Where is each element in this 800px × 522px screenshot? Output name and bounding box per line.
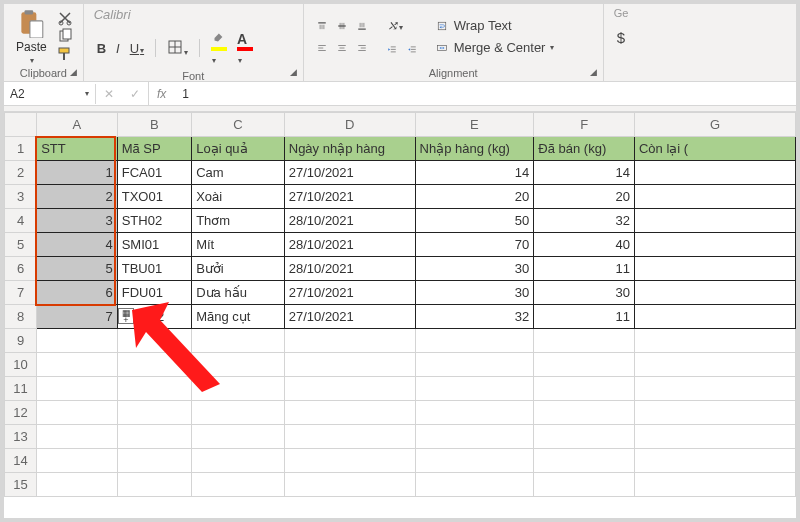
cell[interactable] xyxy=(634,473,795,497)
header-cell[interactable]: Đã bán (kg) xyxy=(534,137,635,161)
cell[interactable]: 32 xyxy=(534,209,635,233)
header-cell[interactable]: Loại quả xyxy=(192,137,285,161)
cell[interactable]: 30 xyxy=(415,281,534,305)
row-header[interactable]: 6 xyxy=(5,257,37,281)
cell[interactable] xyxy=(415,449,534,473)
table-row[interactable]: 12 xyxy=(5,401,796,425)
cell[interactable] xyxy=(634,329,795,353)
align-bottom-icon[interactable] xyxy=(354,17,370,33)
cell[interactable] xyxy=(415,329,534,353)
cell[interactable]: 28/10/2021 xyxy=(284,233,415,257)
row-header[interactable]: 5 xyxy=(5,233,37,257)
cell[interactable]: 7 xyxy=(37,305,118,329)
cell[interactable] xyxy=(634,305,795,329)
row-header[interactable]: 1 xyxy=(5,137,37,161)
cell[interactable] xyxy=(634,401,795,425)
row-header[interactable]: 7 xyxy=(5,281,37,305)
cell[interactable] xyxy=(534,449,635,473)
table-row[interactable]: 21FCA01Cam27/10/20211414 xyxy=(5,161,796,185)
cut-icon[interactable] xyxy=(57,10,73,26)
cell[interactable] xyxy=(37,401,118,425)
cell[interactable] xyxy=(534,425,635,449)
column-header-row[interactable]: A B C D E F G xyxy=(5,113,796,137)
autofill-options-icon[interactable]: ▦+ xyxy=(118,308,134,324)
cell[interactable]: 14 xyxy=(415,161,534,185)
cell[interactable]: Xoài xyxy=(192,185,285,209)
formula-value[interactable]: 1 xyxy=(174,87,796,101)
cell[interactable]: 40 xyxy=(534,233,635,257)
cell[interactable]: FDU01 xyxy=(117,281,191,305)
table-row[interactable]: 65TBU01Bưởi28/10/20213011 xyxy=(5,257,796,281)
table-row[interactable]: 9 xyxy=(5,329,796,353)
table-row[interactable]: 1STTMã SPLoại quảNgày nhập hàngNhập hàng… xyxy=(5,137,796,161)
font-dialog-launcher-icon[interactable]: ◢ xyxy=(289,67,299,77)
currency-button[interactable]: $ xyxy=(614,27,628,48)
clipboard-dialog-launcher-icon[interactable]: ◢ xyxy=(69,67,79,77)
cell[interactable] xyxy=(634,233,795,257)
cancel-fx-icon[interactable]: ✕ xyxy=(96,87,122,101)
col-header[interactable]: E xyxy=(415,113,534,137)
align-right-icon[interactable] xyxy=(354,39,370,55)
cell[interactable] xyxy=(192,377,285,401)
cell[interactable]: 14 xyxy=(534,161,635,185)
cell[interactable] xyxy=(634,185,795,209)
cell[interactable] xyxy=(415,353,534,377)
cell[interactable] xyxy=(284,473,415,497)
row-header[interactable]: 2 xyxy=(5,161,37,185)
table-row[interactable]: 76FDU01Dưa hấu27/10/20213030 xyxy=(5,281,796,305)
cell[interactable] xyxy=(634,449,795,473)
cell[interactable] xyxy=(37,425,118,449)
row-header[interactable]: 12 xyxy=(5,401,37,425)
cell[interactable]: FCA01 xyxy=(117,161,191,185)
cell[interactable] xyxy=(117,473,191,497)
cell[interactable]: 3 xyxy=(37,209,118,233)
spreadsheet-grid[interactable]: A B C D E F G 1STTMã SPLoại quảNgày nhập… xyxy=(4,112,796,497)
cell[interactable] xyxy=(415,401,534,425)
cell[interactable]: Mít xyxy=(192,233,285,257)
header-cell[interactable]: Còn lại ( xyxy=(634,137,795,161)
row-header[interactable]: 15 xyxy=(5,473,37,497)
cell[interactable]: 5 xyxy=(37,257,118,281)
orientation-button[interactable]: ⤭▾ xyxy=(384,16,406,35)
cell[interactable] xyxy=(192,353,285,377)
number-format-display[interactable]: Ge xyxy=(614,7,629,19)
cell[interactable]: SMI01 xyxy=(117,233,191,257)
cell[interactable] xyxy=(284,425,415,449)
cell[interactable] xyxy=(117,449,191,473)
cell[interactable] xyxy=(37,449,118,473)
cell[interactable] xyxy=(117,353,191,377)
cell[interactable]: 11 xyxy=(534,305,635,329)
cell[interactable] xyxy=(634,377,795,401)
table-row[interactable]: 13 xyxy=(5,425,796,449)
cell[interactable]: TBU01 xyxy=(117,257,191,281)
table-row[interactable]: 14 xyxy=(5,449,796,473)
col-header[interactable]: G xyxy=(634,113,795,137)
cell[interactable]: 20 xyxy=(415,185,534,209)
cell[interactable] xyxy=(117,401,191,425)
cell[interactable] xyxy=(634,257,795,281)
cell[interactable]: 30 xyxy=(415,257,534,281)
row-header[interactable]: 4 xyxy=(5,209,37,233)
cell[interactable]: Cam xyxy=(192,161,285,185)
cell[interactable]: Dưa hấu xyxy=(192,281,285,305)
cell[interactable] xyxy=(117,425,191,449)
row-header[interactable]: 14 xyxy=(5,449,37,473)
cell[interactable] xyxy=(37,377,118,401)
format-painter-icon[interactable] xyxy=(57,46,73,62)
table-row[interactable]: 54SMI01Mít28/10/20217040 xyxy=(5,233,796,257)
col-header[interactable]: D xyxy=(284,113,415,137)
cell[interactable]: 27/10/2021 xyxy=(284,281,415,305)
cell[interactable]: 28/10/2021 xyxy=(284,209,415,233)
col-header[interactable]: F xyxy=(534,113,635,137)
row-header[interactable]: 8 xyxy=(5,305,37,329)
col-header[interactable]: C xyxy=(192,113,285,137)
select-all-corner[interactable] xyxy=(5,113,37,137)
cell[interactable] xyxy=(192,449,285,473)
cell[interactable] xyxy=(284,353,415,377)
fx-icon[interactable]: fx xyxy=(149,87,174,101)
header-cell[interactable]: STT xyxy=(37,137,118,161)
cell[interactable]: TXO01 xyxy=(117,185,191,209)
cell[interactable]: 30 xyxy=(534,281,635,305)
cell[interactable] xyxy=(415,377,534,401)
cell[interactable] xyxy=(634,281,795,305)
